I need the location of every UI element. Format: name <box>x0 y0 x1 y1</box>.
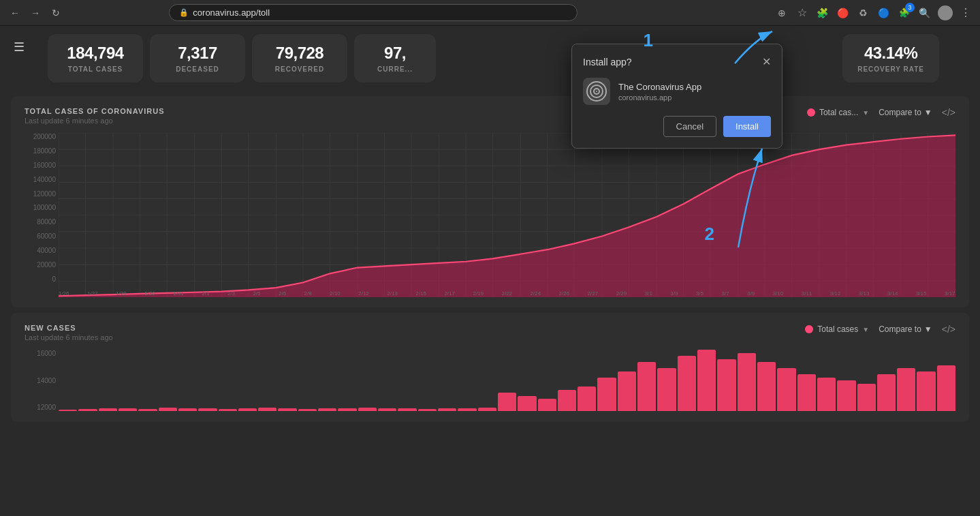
stats-bar: 184,794 TOTAL CASES 7,317 DECEASED 79,72… <box>0 26 980 91</box>
y-label-0: 0 <box>25 275 59 283</box>
x-label: 3/9 <box>747 290 755 297</box>
bar <box>198 408 217 411</box>
search-extension-icon[interactable]: 🔍 <box>917 5 932 20</box>
x-label: 2/1 <box>202 290 209 297</box>
recovery-rate-value: 43.14% <box>864 44 917 63</box>
app-icon <box>583 78 610 105</box>
current-card: 97, CURRE... <box>354 34 436 82</box>
bar <box>398 408 416 411</box>
app-icon-svg <box>586 80 607 102</box>
bar <box>418 409 437 411</box>
lock-icon: 🔒 <box>179 8 189 17</box>
chart1-subtitle: Last update 6 minutes ago <box>25 117 164 125</box>
chart2-area: 16000 14000 12000 <box>25 350 955 411</box>
extension-badge-icon[interactable]: 🧩 3 <box>897 5 912 20</box>
chart1-legend-dot <box>807 108 815 117</box>
chart2-legend[interactable]: Total cases ▼ <box>805 324 869 334</box>
forward-button[interactable]: → <box>27 5 44 21</box>
new-cases-chart-section: NEW CASES Last update 6 minutes ago Tota… <box>11 313 969 422</box>
bar <box>59 410 77 411</box>
bar <box>558 390 576 412</box>
bar <box>159 408 177 411</box>
bar <box>538 399 556 411</box>
dialog-header: Install app? ✕ <box>583 55 771 68</box>
extension-sync-icon[interactable]: ♻ <box>856 5 871 20</box>
extension-red-icon[interactable]: 🔴 <box>836 5 851 20</box>
annotation-1-label: 1 <box>644 30 653 50</box>
x-label: 2/10 <box>330 290 341 297</box>
bar <box>697 350 716 411</box>
x-label: 2/26 <box>559 290 570 297</box>
chart2-compare-chevron: ▼ <box>924 324 932 334</box>
chart1-legend-chevron: ▼ <box>862 109 869 117</box>
cancel-button[interactable]: Cancel <box>663 116 716 137</box>
x-label: 1/26 <box>59 290 69 297</box>
x-label: 2/17 <box>444 290 455 297</box>
chart1-compare-label: Compare to <box>879 108 921 117</box>
extension-heart-icon[interactable]: 🧩 <box>815 5 830 20</box>
x-label: 1/30 <box>144 290 155 297</box>
total-cases-label: TOTAL CASES <box>68 65 123 73</box>
sidebar-toggle[interactable]: ☰ <box>14 40 25 55</box>
recovery-rate-label: RECOVERY RATE <box>857 65 924 73</box>
bar <box>857 384 876 412</box>
install-pwa-icon[interactable]: ⊕ <box>774 5 789 20</box>
bar <box>258 408 276 411</box>
total-cases-value: 184,794 <box>67 44 123 63</box>
bar <box>837 380 855 411</box>
bar <box>219 409 237 411</box>
recovery-rate-card: 43.14% RECOVERY RATE <box>842 34 939 82</box>
chart2-legend-label: Total cases <box>817 324 858 334</box>
bookmark-icon[interactable]: ☆ <box>795 5 810 20</box>
chart2-embed-button[interactable]: </> <box>942 324 955 335</box>
x-label: 2/15 <box>415 290 426 297</box>
x-label: 2/12 <box>358 290 369 297</box>
dialog-close-button[interactable]: ✕ <box>762 55 771 68</box>
back-button[interactable]: ← <box>7 5 23 21</box>
bar <box>458 408 476 412</box>
browser-nav: ← → ↻ <box>7 5 64 21</box>
x-label: 2/22 <box>501 290 512 297</box>
bar <box>178 408 197 412</box>
bar <box>99 408 117 412</box>
bar <box>637 362 656 411</box>
x-label: 3/7 <box>722 290 729 297</box>
chart2-compare-button[interactable]: Compare to ▼ <box>879 324 932 334</box>
chart1-compare-button[interactable]: Compare to ▼ <box>879 108 932 117</box>
chart1-compare-chevron: ▼ <box>924 108 932 117</box>
chart1-legend[interactable]: Total cas... ▼ <box>807 108 869 117</box>
menu-icon[interactable]: ⋮ <box>958 5 973 20</box>
address-bar[interactable]: 🔒 coronavirus.app/toll <box>169 4 578 21</box>
x-label: 2/19 <box>473 290 484 297</box>
chart1-svg <box>59 133 955 297</box>
y-label-16000: 16000 <box>25 350 59 357</box>
chart2-title: NEW CASES <box>25 324 113 332</box>
chart1-area: 200000 180000 160000 140000 120000 10000… <box>25 133 955 297</box>
x-label: 2/29 <box>616 290 627 297</box>
bar <box>518 396 536 412</box>
chart2-legend-dot <box>805 325 813 333</box>
bar <box>118 408 137 411</box>
extension-blue-icon[interactable]: 🔵 <box>876 5 891 20</box>
chart1-controls: Total cas... ▼ Compare to ▼ </> <box>807 107 955 118</box>
chart1-embed-button[interactable]: </> <box>942 107 955 118</box>
x-label: 3/13 <box>859 290 870 297</box>
x-label: 1/29 <box>116 290 127 297</box>
bar <box>358 408 377 411</box>
y-label-160000: 160000 <box>25 162 59 169</box>
chart2-bars <box>59 350 955 411</box>
install-button[interactable]: Install <box>723 116 771 137</box>
recovered-label: RECOVERED <box>275 65 324 73</box>
bar <box>338 408 356 411</box>
annotation-2-label: 2 <box>705 224 714 244</box>
bar <box>138 409 157 411</box>
recovered-value: 79,728 <box>276 44 323 63</box>
bar <box>498 393 516 411</box>
chart2-legend-chevron: ▼ <box>862 326 869 333</box>
bar <box>797 374 816 411</box>
user-avatar[interactable] <box>938 5 953 20</box>
reload-button[interactable]: ↻ <box>48 5 64 21</box>
current-label: CURRE... <box>377 65 413 73</box>
chart1-title: TOTAL CASES OF CORONAVIRUS <box>25 107 164 115</box>
chart2-subtitle: Last update 6 minutes ago <box>25 333 113 342</box>
